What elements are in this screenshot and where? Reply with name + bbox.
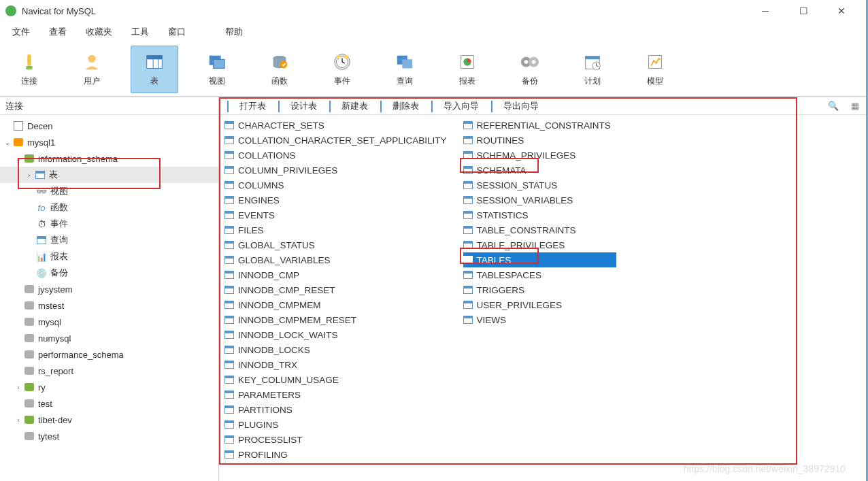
table-item-character_sets[interactable]: CHARACTER_SETS	[224, 118, 452, 133]
menu-help[interactable]: 帮助	[216, 22, 252, 42]
table-item-collation_character_set_applicability[interactable]: COLLATION_CHARACTER_SET_APPLICABILITY	[224, 133, 452, 148]
table-list[interactable]: CHARACTER_SETSCOLLATION_CHARACTER_SET_AP…	[219, 115, 866, 481]
db-tytest[interactable]: tytest	[0, 428, 218, 444]
toolbar-backup[interactable]: 备份	[506, 46, 554, 93]
db-ry[interactable]: ›ry	[0, 379, 218, 395]
db-jysystem[interactable]: jysystem	[0, 281, 218, 297]
chevron-down-icon[interactable]: ⌄	[14, 155, 23, 163]
tree-functions[interactable]: fo函数	[0, 199, 218, 216]
db-mysql[interactable]: mysql	[0, 314, 218, 330]
table-item-tablespaces[interactable]: TABLESPACES	[463, 267, 616, 282]
table-item-global_variables[interactable]: GLOBAL_VARIABLES	[224, 252, 452, 267]
minimize-button[interactable]: ─	[752, 3, 779, 19]
close-button[interactable]: ✕	[828, 3, 855, 19]
menu-view[interactable]: 查看	[39, 22, 76, 42]
db-mstest[interactable]: mstest	[0, 297, 218, 314]
tree-tables[interactable]: ›表	[0, 167, 218, 183]
model-icon	[643, 51, 667, 73]
database-icon	[23, 333, 35, 344]
db-tibet-dev[interactable]: ›tibet-dev	[0, 412, 218, 428]
chevron-right-icon[interactable]: ›	[24, 171, 34, 179]
table-item-files[interactable]: FILES	[224, 222, 452, 237]
table-item-global_status[interactable]: GLOBAL_STATUS	[224, 237, 452, 252]
table-item-session_status[interactable]: SESSION_STATUS	[463, 178, 616, 193]
table-item-table_constraints[interactable]: TABLE_CONSTRAINTS	[463, 222, 616, 237]
connection-tree[interactable]: Decen ⌄mysql1 ⌄information_schema ›表 👓视图…	[0, 115, 218, 481]
toolbar-user[interactable]: 用户	[68, 46, 116, 93]
table-item-session_variables[interactable]: SESSION_VARIABLES	[463, 193, 616, 208]
table-icon	[224, 211, 234, 219]
table-item-partitions[interactable]: PARTITIONS	[224, 402, 452, 417]
table-item-innodb_cmp[interactable]: INNODB_CMP	[224, 267, 452, 282]
table-icon	[224, 241, 234, 249]
table-item-parameters[interactable]: PARAMETERS	[224, 387, 452, 402]
table-item-referential_constraints[interactable]: REFERENTIAL_CONSTRAINTS	[463, 118, 616, 133]
table-icon	[224, 316, 234, 324]
db-rs_report[interactable]: rs_report	[0, 363, 218, 379]
db-test[interactable]: test	[0, 395, 218, 412]
menu-favorites[interactable]: 收藏夹	[76, 22, 122, 42]
table-item-innodb_cmp_reset[interactable]: INNODB_CMP_RESET	[224, 282, 452, 297]
table-item-events[interactable]: EVENTS	[224, 208, 452, 222]
toolbar-query[interactable]: 查询	[381, 46, 429, 93]
toolbar-schedule[interactable]: 计划	[569, 46, 616, 93]
tree-events[interactable]: ⏱事件	[0, 216, 218, 232]
table-item-user_privileges[interactable]: USER_PRIVILEGES	[463, 297, 616, 312]
table-item-innodb_cmpmem[interactable]: INNODB_CMPMEM	[224, 297, 452, 312]
table-item-schema_privileges[interactable]: SCHEMA_PRIVILEGES	[463, 148, 616, 163]
menu-file[interactable]: 文件	[3, 22, 39, 42]
table-item-collations[interactable]: COLLATIONS	[224, 148, 452, 163]
svg-rect-1	[26, 66, 32, 70]
table-item-innodb_lock_waits[interactable]: INNODB_LOCK_WAITS	[224, 327, 452, 342]
toolbar-view[interactable]: 视图	[193, 46, 241, 93]
table-item-tables[interactable]: TABLES	[463, 252, 616, 267]
tree-backups[interactable]: 💿备份	[0, 265, 218, 281]
table-item-innodb_locks[interactable]: INNODB_LOCKS	[224, 342, 452, 357]
chevron-right-icon[interactable]: ›	[14, 416, 23, 424]
import-wizard-button[interactable]: 导入向导	[427, 99, 483, 114]
table-item-routines[interactable]: ROUTINES	[463, 133, 616, 148]
table-item-columns[interactable]: COLUMNS	[224, 178, 452, 193]
chevron-down-icon[interactable]: ⌄	[3, 139, 12, 146]
maximize-button[interactable]: ☐	[790, 3, 817, 19]
table-new-icon	[329, 101, 339, 111]
search-icon[interactable]: 🔍	[827, 99, 840, 113]
table-item-schemata[interactable]: SCHEMATA	[463, 163, 616, 178]
table-item-profiling[interactable]: PROFILING	[224, 447, 452, 462]
db-information-schema[interactable]: ⌄information_schema	[0, 150, 218, 167]
table-item-innodb_cmpmem_reset[interactable]: INNODB_CMPMEM_RESET	[224, 312, 452, 327]
toolbar-connect[interactable]: 连接	[5, 46, 53, 93]
open-table-button[interactable]: 打开表	[223, 99, 270, 114]
tree-reports[interactable]: 📊报表	[0, 248, 218, 265]
db-performance_schema[interactable]: performance_schema	[0, 346, 218, 363]
table-item-views[interactable]: VIEWS	[463, 312, 616, 327]
toolbar-event[interactable]: 事件	[318, 46, 366, 93]
chevron-right-icon[interactable]: ›	[14, 384, 23, 391]
delete-table-button[interactable]: 删除表	[376, 99, 423, 114]
db-numysql[interactable]: numysql	[0, 330, 218, 346]
table-item-plugins[interactable]: PLUGINS	[224, 417, 452, 432]
table-item-table_privileges[interactable]: TABLE_PRIVILEGES	[463, 237, 616, 252]
toolbar-function[interactable]: 函数	[256, 46, 303, 93]
new-table-button[interactable]: 新建表	[325, 99, 372, 114]
grid-view-icon[interactable]: ▦	[848, 99, 862, 113]
tree-views[interactable]: 👓视图	[0, 183, 218, 199]
connection-mysql1[interactable]: ⌄mysql1	[0, 134, 218, 150]
table-item-column_privileges[interactable]: COLUMN_PRIVILEGES	[224, 163, 452, 178]
table-item-key_column_usage[interactable]: KEY_COLUMN_USAGE	[224, 372, 452, 387]
toolbar-report[interactable]: 报表	[444, 46, 491, 93]
table-item-engines[interactable]: ENGINES	[224, 193, 452, 208]
menu-tools[interactable]: 工具	[122, 22, 158, 42]
design-table-button[interactable]: 设计表	[274, 99, 321, 114]
table-item-triggers[interactable]: TRIGGERS	[463, 282, 616, 297]
connection-decen[interactable]: Decen	[0, 118, 218, 134]
table-item-processlist[interactable]: PROCESSLIST	[224, 432, 452, 447]
export-wizard-button[interactable]: 导出向导	[487, 99, 543, 114]
tree-queries[interactable]: 查询	[0, 232, 218, 248]
table-item-statistics[interactable]: STATISTICS	[463, 208, 616, 222]
table-item-innodb_trx[interactable]: INNODB_TRX	[224, 357, 452, 372]
toolbar-model[interactable]: 模型	[631, 46, 679, 93]
toolbar-table[interactable]: 表	[131, 46, 178, 93]
svg-rect-0	[27, 54, 31, 66]
menu-window[interactable]: 窗口	[158, 22, 195, 42]
